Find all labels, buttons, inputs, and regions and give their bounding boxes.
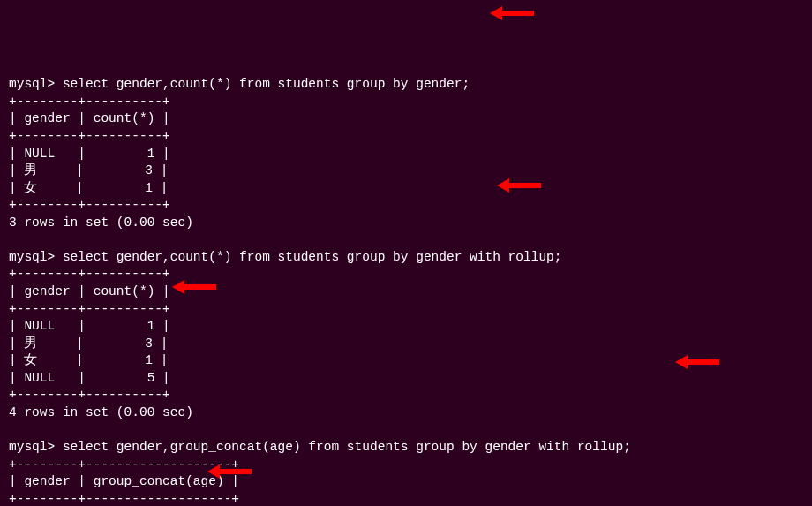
table-header: | gender | group_concat(age) | (9, 473, 803, 491)
blank-line (9, 422, 803, 440)
table-separator: +--------+----------+ (9, 197, 803, 215)
result-summary: 3 rows in set (0.00 sec) (9, 215, 803, 232)
table-separator: +--------+----------+ (9, 266, 803, 283)
table-row: | 女 | 1 | (9, 180, 803, 198)
table-separator: +--------+----------+ (9, 128, 803, 146)
terminal-output: mysql> select gender,count(*) from stude… (9, 76, 803, 506)
mysql-prompt: mysql> (9, 440, 63, 454)
result-summary: 4 rows in set (0.00 sec) (9, 404, 803, 422)
table-separator: +--------+----------+ (9, 301, 803, 319)
table-separator: +--------+----------+ (9, 387, 803, 404)
sql-statement: select gender,group_concat(age) from stu… (63, 440, 631, 454)
table-separator: +--------+----------+ (9, 94, 803, 111)
table-row: | 男 | 3 | (9, 162, 803, 180)
table-row: | NULL | 5 | (9, 370, 803, 388)
table-row: | NULL | 1 | (9, 146, 803, 163)
table-separator: +--------+-------------------+ (9, 491, 803, 506)
table-row: | 女 | 1 | (9, 352, 803, 370)
table-separator: +--------+-------------------+ (9, 457, 803, 474)
svg-marker-0 (490, 6, 534, 20)
query-line: mysql> select gender,count(*) from stude… (9, 76, 803, 94)
mysql-prompt: mysql> (9, 250, 63, 264)
table-row: | 男 | 3 | (9, 336, 803, 353)
table-row: | NULL | 1 | (9, 318, 803, 336)
sql-statement: select gender,count(*) from students gro… (63, 250, 562, 264)
sql-statement: select gender,count(*) from students gro… (63, 77, 470, 91)
table-header: | gender | count(*) | (9, 110, 803, 128)
table-header: | gender | count(*) | (9, 283, 803, 301)
query-line: mysql> select gender,group_concat(age) f… (9, 439, 803, 457)
mysql-prompt: mysql> (9, 77, 63, 91)
annotation-arrow-icon (490, 4, 534, 22)
blank-line (9, 231, 803, 249)
query-line: mysql> select gender,count(*) from stude… (9, 249, 803, 267)
